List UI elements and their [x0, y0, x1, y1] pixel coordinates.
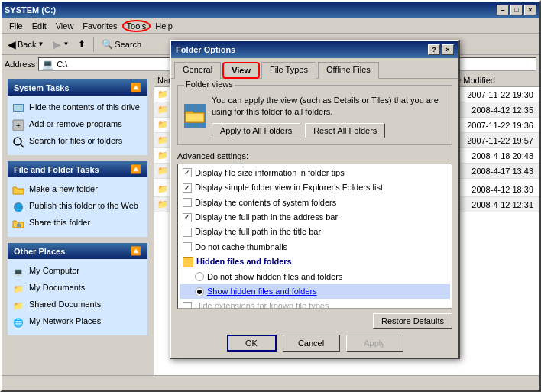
checkbox-display-filesize[interactable]	[183, 168, 192, 177]
system-tasks-label: System Tasks	[14, 83, 70, 92]
search-files-icon	[12, 136, 24, 148]
sidebar-item-shared-docs[interactable]: 📁 Shared Documents	[12, 297, 143, 314]
main-window: SYSTEM (C:) – □ × File Edit View Favorit…	[0, 0, 541, 392]
checkbox-full-path-address[interactable]	[183, 213, 192, 222]
show-hidden-label: Show hidden files and folders	[207, 286, 317, 297]
advanced-settings-label: Advanced settings:	[177, 151, 452, 160]
tab-general[interactable]: General	[174, 62, 221, 79]
svg-text:🌐: 🌐	[15, 203, 24, 212]
add-remove-icon: +	[12, 119, 24, 131]
other-places-header[interactable]: Other Places 🔼	[8, 243, 147, 259]
list-item[interactable]: Hide extensions for known file types	[180, 299, 450, 308]
settings-list[interactable]: Display file size information in folder …	[177, 164, 452, 309]
folder-icon: 📁	[157, 199, 168, 209]
sidebar-item-publish-folder[interactable]: 🌐 Publish this folder to the Web	[12, 199, 143, 215]
back-button[interactable]: ◀ Back ▼	[5, 37, 47, 52]
collapse-icon-3: 🔼	[131, 246, 141, 256]
close-button[interactable]: ×	[524, 5, 536, 15]
menu-help[interactable]: Help	[151, 20, 177, 32]
reset-all-folders-button[interactable]: Reset All Folders	[305, 123, 385, 138]
checkbox-simple-folder-view[interactable]	[183, 183, 192, 193]
network-places-label: My Network Places	[29, 316, 101, 326]
svg-rect-8	[186, 113, 204, 122]
apply-all-folders-button[interactable]: Apply to All Folders	[212, 123, 300, 138]
checkbox-hide-extensions[interactable]	[183, 302, 192, 309]
sidebar-item-search[interactable]: Search for files or folders	[12, 134, 143, 151]
dialog-title-buttons: ? ×	[428, 44, 454, 55]
sidebar-item-network-places[interactable]: 🌐 My Network Places	[12, 314, 143, 331]
dialog-help-button[interactable]: ?	[428, 44, 440, 55]
list-item[interactable]: Do not show hidden files and folders	[180, 270, 450, 284]
folder-views-description: You can apply the view (such as Details …	[212, 95, 445, 138]
display-filesize-label: Display file size information in folder …	[195, 167, 345, 179]
dialog-body: Folder views You can apply the view (suc…	[171, 78, 458, 358]
menu-edit[interactable]: Edit	[28, 20, 51, 32]
sidebar-item-share-folder[interactable]: Share this folder	[12, 215, 143, 232]
search-button[interactable]: 🔍 Search	[99, 37, 144, 51]
sidebar-item-hide-contents[interactable]: Hide the contents of this drive	[12, 100, 143, 117]
checkbox-display-system-folders[interactable]	[183, 198, 192, 207]
menu-favorites[interactable]: Favorites	[78, 20, 121, 32]
publish-folder-label: Publish this folder to the Web	[29, 201, 138, 210]
sidebar-item-my-documents[interactable]: 📁 My Documents	[12, 280, 143, 297]
folder-views-group: Folder views You can apply the view (suc…	[177, 85, 452, 145]
list-item[interactable]: Display the full path in the address bar	[180, 210, 450, 225]
dialog-button-row: OK Cancel Apply	[177, 335, 452, 352]
other-places-content: 💻 My Computer 📁 My Documents 📁 Shared Do…	[8, 259, 147, 335]
folder-views-icon	[184, 104, 206, 128]
list-item[interactable]: Display the contents of system folders	[180, 196, 450, 210]
drive-icon: 💻	[42, 59, 53, 70]
my-computer-label: My Computer	[29, 266, 79, 275]
folder-icon: 📁	[157, 184, 168, 194]
apply-button[interactable]: Apply	[346, 335, 403, 352]
radio-show-hidden[interactable]	[195, 287, 204, 296]
menu-file[interactable]: File	[5, 20, 28, 32]
full-path-title-label: Display the full path in the title bar	[195, 226, 321, 238]
system-tasks-header[interactable]: System Tasks 🔼	[8, 79, 147, 96]
folder-icon: 📁	[157, 105, 168, 115]
folder-icon: 📁	[157, 120, 168, 130]
menu-tools[interactable]: Tools	[122, 20, 151, 32]
dialog-close-button[interactable]: ×	[442, 44, 454, 55]
collapse-icon: 🔼	[131, 83, 141, 92]
share-folder-label: Share this folder	[29, 218, 90, 227]
list-item[interactable]: Do not cache thumbnails	[180, 240, 450, 254]
menu-view[interactable]: View	[51, 20, 79, 32]
ok-button[interactable]: OK	[227, 335, 277, 352]
restore-defaults-button[interactable]: Restore Defaults	[373, 313, 452, 329]
menu-bar: File Edit View Favorites Tools Help	[2, 18, 539, 34]
forward-dropdown-icon[interactable]: ▼	[63, 40, 69, 47]
list-item-hidden-files-folder: Hidden files and folders	[180, 254, 450, 269]
new-folder-label: Make a new folder	[29, 184, 98, 193]
shared-docs-label: Shared Documents	[29, 300, 101, 309]
minimize-button[interactable]: –	[497, 5, 509, 15]
apply-reset-buttons: Apply to All Folders Reset All Folders	[212, 123, 445, 138]
tab-file-types[interactable]: File Types	[261, 62, 316, 79]
list-item[interactable]: Display file size information in folder …	[180, 166, 450, 180]
maximize-button[interactable]: □	[510, 5, 523, 15]
full-path-address-label: Display the full path in the address bar	[195, 212, 338, 223]
list-item[interactable]: Display simple folder view in Explorer's…	[180, 180, 450, 195]
my-documents-icon: 📁	[12, 283, 24, 295]
system-tasks-content: Hide the contents of this drive + Add or…	[8, 96, 147, 155]
display-system-folders-label: Display the contents of system folders	[195, 197, 336, 209]
tab-offline-files[interactable]: Offline Files	[318, 62, 379, 79]
forward-button[interactable]: ▶ ▼	[50, 37, 72, 52]
back-label: Back	[18, 40, 36, 49]
up-button[interactable]: ⬆	[75, 37, 89, 51]
sidebar-item-new-folder[interactable]: Make a new folder	[12, 182, 143, 199]
checkbox-no-cache-thumbnails[interactable]	[183, 242, 192, 251]
list-item[interactable]: Display the full path in the title bar	[180, 225, 450, 239]
back-dropdown-icon[interactable]: ▼	[37, 40, 44, 47]
radio-do-not-show-hidden[interactable]	[195, 272, 204, 281]
checkbox-full-path-title[interactable]	[183, 228, 192, 237]
sidebar-item-add-remove[interactable]: + Add or remove programs	[12, 117, 143, 134]
cancel-button[interactable]: Cancel	[283, 335, 340, 352]
folder-icon: 📁	[157, 135, 168, 145]
sidebar-item-my-computer[interactable]: 💻 My Computer	[12, 264, 143, 280]
svg-line-5	[21, 144, 24, 147]
list-item[interactable]: Show hidden files and folders	[180, 284, 450, 299]
file-folder-tasks-header[interactable]: File and Folder Tasks 🔼	[8, 161, 147, 177]
tab-view[interactable]: View	[222, 62, 260, 79]
hidden-files-folder-label: Hidden files and folders	[196, 256, 292, 267]
